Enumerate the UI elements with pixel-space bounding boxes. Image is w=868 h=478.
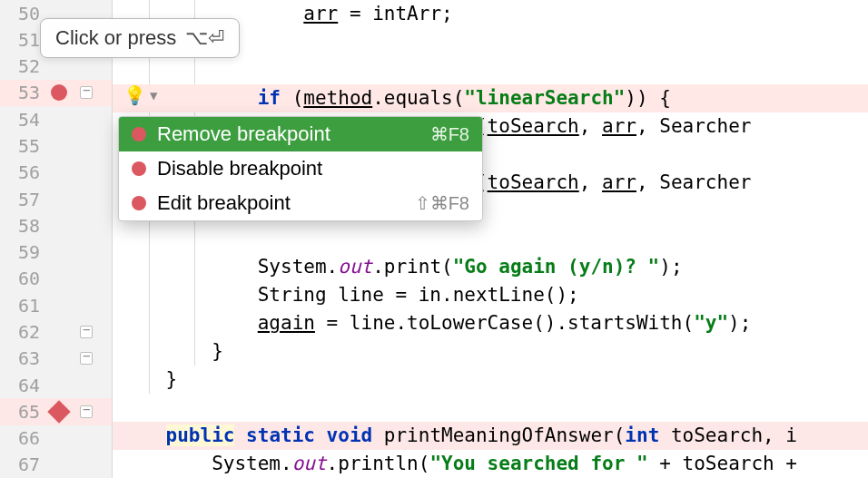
gutter-row[interactable]: 64 <box>0 372 112 398</box>
gutter-row[interactable]: 57 <box>0 186 112 212</box>
code-line[interactable]: public static void printMeaningOfAnswer(… <box>113 422 868 450</box>
fold-handle-icon[interactable] <box>80 352 93 365</box>
breakpoint-icon <box>132 161 146 176</box>
code-area[interactable]: arr = intArr; if (method.equals("linearS… <box>113 0 868 478</box>
line-number: 66 <box>0 427 45 449</box>
chevron-down-icon: ▼ <box>150 88 157 102</box>
line-number: 50 <box>0 3 45 24</box>
code-line[interactable]: } <box>113 337 868 366</box>
breakpoint-context-menu: Remove breakpoint ⌘F8 Disable breakpoint… <box>118 116 483 221</box>
breakpoint-column[interactable] <box>45 404 73 420</box>
gutter-row[interactable]: 58 <box>0 212 112 239</box>
gutter-row[interactable]: 60 <box>0 266 112 292</box>
breakpoint-icon[interactable] <box>51 84 67 101</box>
gutter-row[interactable]: 67 <box>0 452 112 478</box>
line-number: 63 <box>0 347 45 369</box>
line-number: 55 <box>0 135 45 157</box>
breakpoint-column[interactable] <box>45 84 73 101</box>
line-number: 52 <box>0 55 45 77</box>
code-editor: 50 51 52 53 54 55 <box>0 0 868 478</box>
line-number: 57 <box>0 189 45 210</box>
code-line[interactable]: if (method.equals("linearSearch")) { <box>113 84 868 112</box>
line-number: 58 <box>0 215 45 237</box>
fold-column[interactable] <box>73 86 100 99</box>
gutter-row[interactable]: 59 <box>0 239 112 266</box>
menu-item-shortcut: ⌘F8 <box>430 123 469 145</box>
code-line[interactable]: System.out.print("Go again (y/n)? "); <box>113 253 868 281</box>
code-line[interactable]: String line = in.nextLine(); <box>113 281 868 309</box>
intention-bulb[interactable]: 💡 ▼ <box>123 84 157 106</box>
line-number: 54 <box>0 109 45 131</box>
menu-item-disable-breakpoint[interactable]: Disable breakpoint <box>119 151 482 186</box>
line-number: 61 <box>0 295 45 317</box>
method-breakpoint-icon[interactable] <box>47 400 70 423</box>
lightbulb-icon: 💡 <box>123 84 146 106</box>
code-line[interactable]: } <box>113 366 868 394</box>
code-line[interactable]: again = line.toLowerCase().startsWith("y… <box>113 309 868 337</box>
intention-tooltip: Click or press ⌥⏎ <box>40 18 240 58</box>
menu-item-label: Edit breakpoint <box>157 191 404 215</box>
menu-item-shortcut: ⇧⌘F8 <box>415 192 469 214</box>
line-number: 59 <box>0 241 45 263</box>
gutter-row[interactable]: 61 <box>0 292 112 318</box>
line-number: 62 <box>0 321 45 343</box>
line-number: 60 <box>0 268 45 289</box>
line-number: 67 <box>0 454 45 475</box>
gutter-row[interactable]: 53 <box>0 80 112 106</box>
gutter: 50 51 52 53 54 55 <box>0 0 113 478</box>
line-number: 65 <box>0 401 45 423</box>
menu-item-label: Disable breakpoint <box>157 157 459 180</box>
menu-item-edit-breakpoint[interactable]: Edit breakpoint ⇧⌘F8 <box>119 186 482 220</box>
line-number: 51 <box>0 29 45 51</box>
fold-handle-icon[interactable] <box>80 86 93 99</box>
breakpoint-icon <box>132 196 146 210</box>
code-line[interactable] <box>113 56 868 84</box>
code-line[interactable]: System.out.println("You searched for " +… <box>113 450 868 478</box>
gutter-row[interactable]: 55 <box>0 132 112 159</box>
gutter-row[interactable]: 63 <box>0 346 112 372</box>
line-number: 53 <box>0 82 45 103</box>
fold-handle-icon[interactable] <box>80 405 93 418</box>
fold-handle-icon[interactable] <box>80 326 93 338</box>
line-number: 64 <box>0 375 45 396</box>
menu-item-label: Remove breakpoint <box>157 122 419 146</box>
line-number: 56 <box>0 161 45 183</box>
gutter-row[interactable]: 54 <box>0 106 112 132</box>
menu-item-remove-breakpoint[interactable]: Remove breakpoint ⌘F8 <box>119 117 482 151</box>
gutter-row[interactable]: 62 <box>0 318 112 345</box>
gutter-row[interactable]: 66 <box>0 425 112 452</box>
tooltip-text: Click or press <box>55 26 176 50</box>
code-line[interactable] <box>113 394 868 422</box>
code-line[interactable] <box>113 225 868 253</box>
keyboard-shortcut: ⌥⏎ <box>185 26 224 50</box>
breakpoint-icon <box>132 127 146 141</box>
gutter-row[interactable]: 65 <box>0 398 112 424</box>
gutter-row[interactable]: 56 <box>0 160 112 186</box>
